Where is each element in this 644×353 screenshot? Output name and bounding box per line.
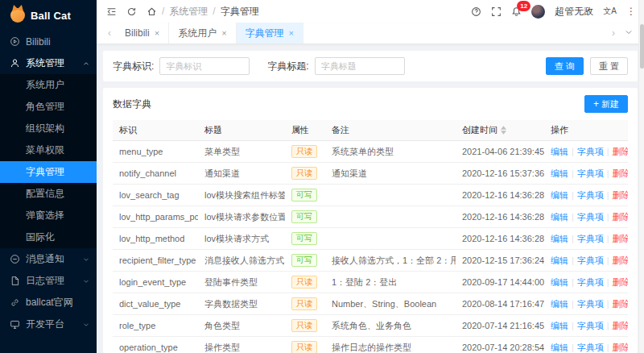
col-created[interactable]: 创建时间 xyxy=(456,120,544,141)
sidebar-item-logs[interactable]: 日志管理 xyxy=(0,270,97,292)
query-button[interactable]: 查 询 xyxy=(546,57,584,75)
cat-logo-icon xyxy=(10,8,25,23)
chevron-down-icon xyxy=(83,322,89,328)
delete-link[interactable]: 删除 xyxy=(613,343,628,352)
dict-created: 2020-07-14 21:16:45 xyxy=(456,315,544,337)
delete-link[interactable]: 删除 xyxy=(613,234,628,243)
more-icon[interactable]: ⋮ xyxy=(626,6,636,17)
notification-bell[interactable]: 12 xyxy=(511,6,522,17)
dict-items-link[interactable]: 字典项 xyxy=(577,147,604,156)
attr-tag: 只读 xyxy=(291,319,317,332)
edit-link[interactable]: 编辑 xyxy=(551,299,568,309)
dict-code: lov_search_tag xyxy=(113,185,198,206)
action-divider: | xyxy=(572,234,574,243)
sidebar-subitem[interactable]: 菜单权限 xyxy=(0,139,97,161)
dict-title-field: 字典标题: xyxy=(267,57,404,75)
dict-title-input[interactable] xyxy=(315,57,405,75)
edit-link[interactable]: 编辑 xyxy=(551,343,568,352)
sidebar-subitem[interactable]: 角色管理 xyxy=(0,96,97,118)
breadcrumb: / 系统管理 / 字典管理 xyxy=(147,5,259,19)
close-icon[interactable]: × xyxy=(155,28,159,38)
sidebar-item-ballcat-site[interactable]: ballcat官网 xyxy=(0,292,97,314)
sidebar-item-bilibili[interactable]: Bilibili xyxy=(0,31,97,52)
play-circle-icon xyxy=(10,36,20,47)
menu-fold-icon[interactable] xyxy=(106,6,117,17)
sidebar-item-dev-platform[interactable]: 开发平台 xyxy=(0,314,97,335)
reset-button[interactable]: 重 置 xyxy=(590,57,628,75)
dict-remark: Number、String、Boolean xyxy=(325,293,456,315)
delete-link[interactable]: 删除 xyxy=(613,168,628,178)
new-button[interactable]: +新建 xyxy=(584,95,628,113)
edit-link[interactable]: 编辑 xyxy=(551,321,568,330)
sidebar-subitem[interactable]: 弹窗选择 xyxy=(0,205,97,226)
row-actions: 编辑|字典项|删除 xyxy=(544,337,628,353)
delete-link[interactable]: 删除 xyxy=(613,190,628,200)
dict-created: 2020-12-16 15:37:36 xyxy=(456,163,544,185)
attr-tag: 可写 xyxy=(291,232,317,245)
dict-remark xyxy=(325,228,456,250)
delete-link[interactable]: 删除 xyxy=(613,255,628,265)
avatar[interactable] xyxy=(531,5,545,19)
tab[interactable]: 系统用户 × xyxy=(169,23,236,44)
dict-code-input[interactable] xyxy=(159,57,250,75)
panel-title: 数据字典 xyxy=(113,98,151,111)
close-icon[interactable]: × xyxy=(221,28,226,38)
delete-link[interactable]: 删除 xyxy=(613,321,628,330)
dict-items-link[interactable]: 字典项 xyxy=(577,299,604,309)
question-circle-icon[interactable] xyxy=(471,6,481,17)
edit-link[interactable]: 编辑 xyxy=(551,277,568,287)
sidebar-subitem[interactable]: 组织架构 xyxy=(0,118,97,139)
close-icon[interactable]: × xyxy=(289,28,294,38)
edit-link[interactable]: 编辑 xyxy=(551,190,568,200)
page-scrollbar[interactable] xyxy=(638,0,644,353)
chevron-down-icon xyxy=(83,256,89,263)
sidebar-subitem[interactable]: 配置信息 xyxy=(0,183,97,205)
tabs-scroll-right-icon[interactable]: › xyxy=(607,27,620,39)
delete-link[interactable]: 删除 xyxy=(613,277,628,287)
dict-items-link[interactable]: 字典项 xyxy=(577,277,604,287)
edit-link[interactable]: 编辑 xyxy=(551,255,568,265)
sidebar-subitem[interactable]: 国际化 xyxy=(0,226,97,248)
delete-link[interactable]: 删除 xyxy=(613,147,628,156)
delete-link[interactable]: 删除 xyxy=(613,212,628,222)
notification-badge: 12 xyxy=(517,1,530,11)
fullscreen-icon[interactable] xyxy=(491,6,502,17)
tab[interactable]: Bilibili × xyxy=(116,23,169,44)
dict-remark: 通知渠道 xyxy=(325,163,456,185)
dict-title: lov模块搜索组件标签 xyxy=(198,185,285,206)
sidebar-subitem[interactable]: 系统用户 xyxy=(0,74,97,96)
edit-link[interactable]: 编辑 xyxy=(551,212,568,222)
breadcrumb-item[interactable]: 系统管理 xyxy=(169,5,208,19)
table-header-row: 标识 标题 属性 备注 创建时间 xyxy=(113,120,628,141)
home-icon[interactable] xyxy=(147,6,157,17)
dict-items-link[interactable]: 字典项 xyxy=(577,255,604,265)
dict-items-link[interactable]: 字典项 xyxy=(577,343,604,352)
scrollbar-thumb[interactable] xyxy=(640,24,644,69)
tabs-menu-chevron-icon[interactable] xyxy=(620,27,638,39)
dict-created: 2020-12-16 14:36:28 xyxy=(456,228,544,250)
topbar: / 系统管理 / 字典管理 12 超管无敌 xyxy=(97,0,644,23)
translate-icon[interactable]: 文A xyxy=(603,6,617,17)
edit-link[interactable]: 编辑 xyxy=(551,147,568,156)
tabs-scroll-left-icon[interactable]: ‹ xyxy=(103,27,116,39)
sidebar-item-notifications[interactable]: 消息通知 xyxy=(0,248,97,270)
tab[interactable]: 字典管理 × xyxy=(237,23,303,44)
username[interactable]: 超管无敌 xyxy=(555,5,593,19)
dict-items-link[interactable]: 字典项 xyxy=(577,212,604,222)
table-row: role_type 角色类型 只读 系统角色、业务角色 2020-07-14 2… xyxy=(113,315,628,337)
edit-link[interactable]: 编辑 xyxy=(551,168,568,178)
dict-code: dict_value_type xyxy=(113,293,198,315)
edit-link[interactable]: 编辑 xyxy=(551,234,568,243)
action-divider: | xyxy=(572,299,574,309)
delete-link[interactable]: 删除 xyxy=(613,299,628,309)
brand-logo[interactable]: Ball Cat xyxy=(0,0,97,31)
dict-items-link[interactable]: 字典项 xyxy=(577,190,604,200)
sidebar-subitem[interactable]: 字典管理 xyxy=(0,161,97,183)
sidebar-item-system-management[interactable]: 系统管理 xyxy=(0,52,97,74)
reload-icon[interactable] xyxy=(126,6,137,17)
sort-icon[interactable] xyxy=(501,126,506,135)
search-form: 字典标识: 字典标题: 查 询 重 置 xyxy=(103,51,638,81)
dict-items-link[interactable]: 字典项 xyxy=(577,168,604,178)
dict-items-link[interactable]: 字典项 xyxy=(577,321,604,330)
dict-items-link[interactable]: 字典项 xyxy=(577,234,604,243)
